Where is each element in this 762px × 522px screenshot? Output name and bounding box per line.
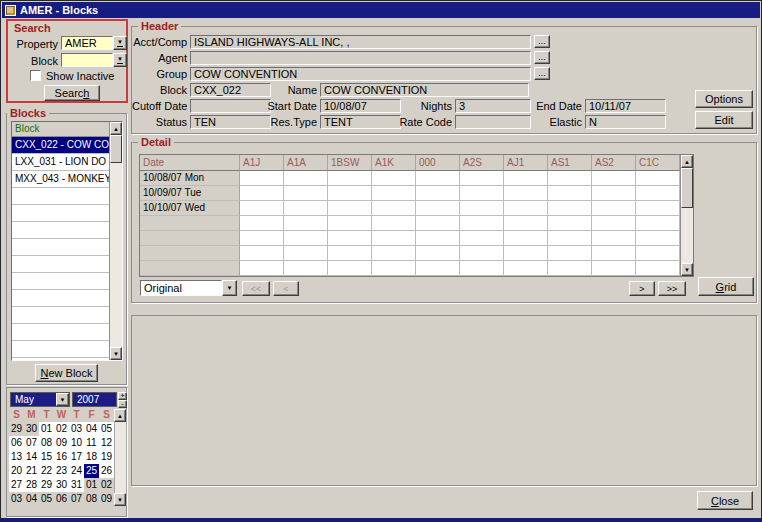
calendar-day[interactable]: 21 (24, 464, 39, 478)
detail-cell[interactable] (240, 201, 284, 216)
detail-cell[interactable] (548, 231, 592, 246)
detail-cell[interactable] (328, 216, 372, 231)
detail-cell[interactable] (328, 201, 372, 216)
calendar-day[interactable]: 01 (39, 422, 54, 436)
last-page-button[interactable]: >> (658, 281, 686, 296)
calendar-day[interactable]: 03 (9, 492, 24, 506)
first-page-button[interactable]: << (242, 281, 270, 296)
calendar-day[interactable]: 31 (69, 478, 84, 492)
name-field[interactable]: COW CONVENTION (320, 83, 529, 97)
acct-comp-field[interactable]: ISLAND HIGHWAYS-ALL INC, , (190, 35, 531, 49)
detail-cell[interactable] (284, 201, 328, 216)
view-selector-dropdown-button[interactable]: ▼ (222, 280, 237, 296)
calendar-day[interactable]: 08 (39, 436, 54, 450)
detail-cell[interactable] (592, 231, 636, 246)
acct-comp-ellipsis-button[interactable]: ... (534, 35, 550, 48)
calendar-day[interactable]: 26 (99, 464, 114, 478)
calendar-scrollbar[interactable] (114, 409, 127, 506)
detail-cell[interactable] (416, 246, 460, 261)
detail-cell[interactable] (372, 201, 416, 216)
detail-cell[interactable] (548, 216, 592, 231)
detail-cell[interactable] (328, 261, 372, 276)
detail-cell[interactable] (240, 186, 284, 201)
agent-field[interactable] (190, 51, 531, 65)
block-list-item[interactable] (12, 324, 109, 341)
calendar-day[interactable]: 16 (54, 450, 69, 464)
block-code-field[interactable]: CXX_022 (190, 83, 271, 97)
detail-cell[interactable] (636, 231, 680, 246)
calendar-day[interactable]: 25 (84, 464, 99, 478)
detail-cell[interactable] (460, 246, 504, 261)
detail-cell[interactable] (460, 216, 504, 231)
detail-cell[interactable] (592, 186, 636, 201)
detail-cell[interactable] (548, 246, 592, 261)
block-list-item[interactable] (12, 307, 109, 324)
options-button[interactable]: Options (695, 90, 753, 108)
close-button[interactable]: Close (697, 491, 753, 510)
detail-cell[interactable] (460, 231, 504, 246)
edit-button[interactable]: Edit (695, 111, 753, 129)
block-input[interactable] (61, 53, 113, 67)
detail-cell[interactable] (240, 261, 284, 276)
detail-cell[interactable] (592, 171, 636, 186)
detail-cell[interactable] (460, 261, 504, 276)
calendar-day[interactable]: 11 (84, 436, 99, 450)
nights-field[interactable]: 3 (455, 99, 531, 113)
detail-cell[interactable] (636, 171, 680, 186)
detail-cell[interactable] (284, 231, 328, 246)
detail-cell[interactable] (284, 261, 328, 276)
block-list-item[interactable] (12, 222, 109, 239)
block-lov-button[interactable]: ▼ (113, 53, 127, 67)
detail-cell[interactable] (416, 186, 460, 201)
detail-cell[interactable] (372, 186, 416, 201)
detail-cell[interactable] (548, 201, 592, 216)
block-list-item[interactable] (12, 341, 109, 358)
block-list-item[interactable] (12, 256, 109, 273)
property-lov-button[interactable]: ▼ (113, 36, 127, 50)
calendar-day[interactable]: 02 (99, 478, 114, 492)
start-date-field[interactable]: 10/08/07 (320, 99, 401, 113)
calendar-day[interactable]: 18 (84, 450, 99, 464)
next-page-button[interactable]: > (629, 281, 655, 296)
calendar-day[interactable]: 09 (54, 436, 69, 450)
calendar-day[interactable]: 15 (39, 450, 54, 464)
end-date-field[interactable]: 10/11/07 (585, 99, 666, 113)
year-decrement-button[interactable]: - (118, 400, 127, 408)
calendar-day[interactable]: 05 (39, 492, 54, 506)
blocks-list-scrollbar[interactable]: ▲ ▼ (109, 122, 122, 360)
prev-page-button[interactable]: < (273, 281, 299, 296)
calendar-day[interactable]: 24 (69, 464, 84, 478)
detail-cell[interactable] (416, 201, 460, 216)
detail-cell[interactable] (284, 186, 328, 201)
block-list-item[interactable] (12, 239, 109, 256)
calendar-day[interactable]: 30 (24, 422, 39, 436)
detail-cell[interactable] (504, 186, 548, 201)
calendar-day[interactable]: 05 (99, 422, 114, 436)
detail-cell[interactable] (372, 246, 416, 261)
calendar-day[interactable]: 12 (99, 436, 114, 450)
calendar-day[interactable]: 14 (24, 450, 39, 464)
detail-cell[interactable] (636, 186, 680, 201)
detail-cell[interactable] (460, 171, 504, 186)
block-list-item[interactable] (12, 188, 109, 205)
detail-cell[interactable] (372, 261, 416, 276)
scrollbar-thumb[interactable] (110, 135, 122, 163)
calendar-day[interactable]: 10 (69, 436, 84, 450)
scrollbar-thumb[interactable] (681, 168, 693, 208)
detail-cell[interactable] (548, 171, 592, 186)
calendar-day[interactable]: 13 (9, 450, 24, 464)
calendar-day[interactable]: 02 (54, 422, 69, 436)
detail-cell[interactable] (284, 216, 328, 231)
calendar-day[interactable]: 03 (69, 422, 84, 436)
calendar-day[interactable]: 06 (9, 436, 24, 450)
detail-cell[interactable] (416, 261, 460, 276)
block-list-item[interactable] (12, 290, 109, 307)
elastic-field[interactable]: N (585, 115, 666, 129)
res-type-field[interactable]: TENT (320, 115, 401, 129)
rate-code-field[interactable] (455, 115, 531, 129)
scroll-up-icon[interactable]: ▲ (110, 122, 122, 135)
property-input[interactable]: AMER (61, 36, 113, 50)
detail-cell[interactable] (328, 246, 372, 261)
detail-date-cell[interactable] (140, 261, 240, 276)
agent-ellipsis-button[interactable]: ... (534, 51, 550, 64)
